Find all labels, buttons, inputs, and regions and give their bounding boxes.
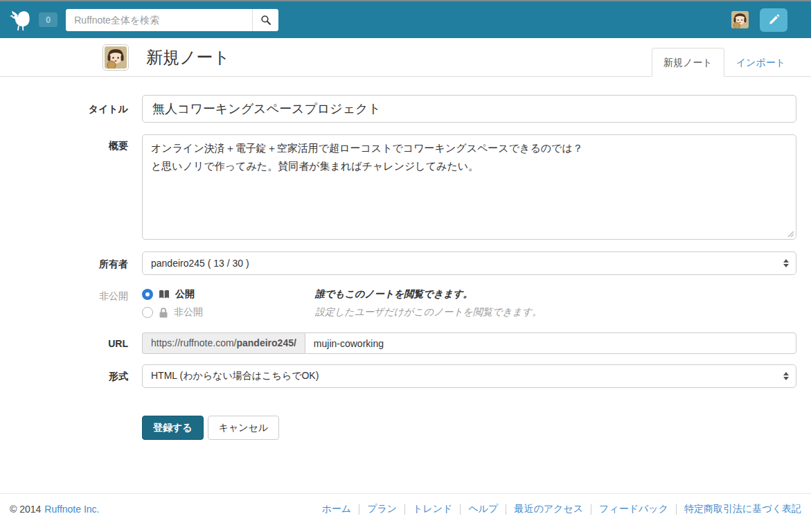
url-prefix: https://ruffnote.com/pandeiro245/	[142, 332, 305, 354]
privacy-private-description: 設定したユーザだけがこのノートを閲覧できます。	[315, 306, 542, 319]
url-slug-input[interactable]	[305, 332, 796, 354]
format-row: 形式 HTML (わからない場合はこちらでOK)	[0, 364, 811, 388]
header-tabs: 新規ノート インポート	[652, 48, 797, 76]
format-label: 形式	[0, 364, 128, 388]
footer-link-help[interactable]: ヘルプ	[468, 503, 498, 515]
select-arrows-icon	[783, 259, 789, 267]
footer-link-recent-access[interactable]: 最近のアクセス	[514, 503, 583, 515]
search-input[interactable]	[66, 9, 252, 31]
cancel-button[interactable]: キャンセル	[208, 416, 280, 440]
footer-link-plan[interactable]: プラン	[367, 503, 397, 515]
format-select[interactable]: HTML (わからない場合はこちらでOK)	[142, 364, 796, 388]
footer-divider	[591, 504, 591, 515]
owner-select-value: pandeiro245 ( 13 / 30 )	[151, 258, 783, 269]
title-row: タイトル	[0, 95, 811, 123]
privacy-public-description: 誰でもこのノートを閲覧できます。	[315, 288, 473, 301]
owner-select[interactable]: pandeiro245 ( 13 / 30 )	[142, 251, 796, 275]
form-actions: 登録する キャンセル	[142, 416, 811, 440]
new-note-form: タイトル 概要 オンライン決済＋電子錠＋空家活用で超ローコストでコワーキングスペ…	[0, 77, 811, 440]
copyright-text: © 2014	[10, 504, 41, 515]
page: 0	[0, 0, 811, 532]
title-label: タイトル	[0, 95, 128, 123]
footer-divider	[359, 504, 359, 515]
select-arrows-icon	[783, 372, 789, 380]
page-title: 新規ノート	[146, 46, 230, 69]
lock-icon	[159, 308, 168, 318]
company-link[interactable]: Ruffnote Inc.	[44, 504, 99, 515]
owner-label: 所有者	[0, 251, 128, 275]
book-icon	[159, 290, 170, 299]
privacy-label: 非公開	[0, 287, 128, 323]
footer-divider	[404, 504, 405, 515]
summary-textarea[interactable]: オンライン決済＋電子錠＋空家活用で超ローコストでコワーキングスペースできるのでは…	[142, 134, 796, 240]
privacy-public-label: 公開	[175, 288, 195, 301]
summary-label: 概要	[0, 134, 128, 240]
privacy-private-label: 非公開	[174, 306, 203, 319]
url-row: URL https://ruffnote.com/pandeiro245/	[0, 332, 811, 354]
footer-divider	[460, 504, 461, 515]
summary-row: 概要 オンライン決済＋電子錠＋空家活用で超ローコストでコワーキングスペースできる…	[0, 134, 811, 240]
footer: © 2014 Ruffnote Inc. ホーム プラン トレンド ヘルプ 最近…	[0, 493, 811, 524]
tab-new-note[interactable]: 新規ノート	[652, 48, 724, 77]
count-badge[interactable]: 0	[39, 12, 57, 27]
format-select-value: HTML (わからない場合はこちらでOK)	[151, 370, 783, 382]
owner-avatar[interactable]	[103, 44, 129, 71]
footer-divider	[676, 504, 677, 515]
new-note-button[interactable]	[760, 8, 787, 32]
user-avatar[interactable]	[731, 11, 749, 28]
bird-logo-icon[interactable]	[8, 9, 35, 31]
footer-link-feedback[interactable]: フィードバック	[599, 503, 668, 515]
tab-import[interactable]: インポート	[724, 48, 797, 77]
privacy-option-private[interactable]: 非公開 設定したユーザだけがこのノートを閲覧できます。	[142, 305, 796, 320]
footer-link-commerce-law[interactable]: 特定商取引法に基づく表記	[684, 503, 801, 515]
search-button[interactable]	[252, 9, 278, 31]
pencil-icon	[768, 14, 780, 26]
owner-row: 所有者 pandeiro245 ( 13 / 30 )	[0, 251, 811, 275]
submit-button[interactable]: 登録する	[142, 416, 204, 440]
site-search	[66, 9, 278, 31]
radio-public[interactable]	[142, 289, 153, 300]
privacy-option-public[interactable]: 公開 誰でもこのノートを閲覧できます。	[142, 287, 796, 302]
footer-link-trend[interactable]: トレンド	[413, 503, 452, 515]
top-navbar: 0	[0, 0, 811, 38]
url-label: URL	[0, 332, 128, 354]
footer-links: ホーム プラン トレンド ヘルプ 最近のアクセス フィードバック 特定商取引法に…	[321, 503, 801, 515]
footer-divider	[506, 504, 506, 515]
note-form-header: 新規ノート 新規ノート インポート	[0, 38, 811, 77]
privacy-row: 非公開 公開 誰でもこのノートを閲覧できます。	[0, 287, 811, 323]
radio-private[interactable]	[142, 307, 153, 318]
footer-link-home[interactable]: ホーム	[321, 503, 351, 515]
title-input[interactable]	[142, 95, 796, 123]
search-icon	[260, 15, 271, 26]
